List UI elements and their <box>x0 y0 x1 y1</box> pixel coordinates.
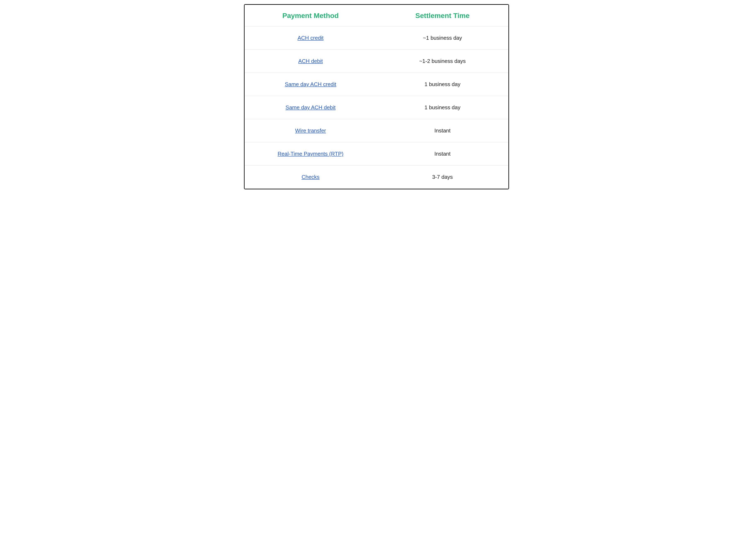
payment-method-cell: Checks <box>245 165 376 189</box>
table-row: Same day ACH credit 1 business day <box>245 73 508 96</box>
payment-method-link-same-day-ach-debit[interactable]: Same day ACH debit <box>286 104 335 111</box>
payment-method-link-wire-transfer[interactable]: Wire transfer <box>295 127 326 134</box>
settlement-time-cell: ~1-2 business days <box>376 50 508 73</box>
settlement-time-cell: Instant <box>376 142 508 165</box>
table-row: ACH debit ~1-2 business days <box>245 50 508 73</box>
header-payment-method: Payment Method <box>245 5 376 26</box>
header-settlement-time: Settlement Time <box>376 5 508 26</box>
table-row: Real-Time Payments (RTP) Instant <box>245 142 508 165</box>
payment-method-cell: Wire transfer <box>245 119 376 142</box>
payment-method-link-ach-credit[interactable]: ACH credit <box>297 35 324 41</box>
payment-method-link-checks[interactable]: Checks <box>302 174 320 180</box>
payment-method-cell: ACH debit <box>245 50 376 73</box>
payment-method-link-same-day-ach-credit[interactable]: Same day ACH credit <box>285 81 336 87</box>
payment-method-cell: Same day ACH credit <box>245 73 376 96</box>
table-row: Wire transfer Instant <box>245 119 508 142</box>
table-header-row: Payment Method Settlement Time <box>245 5 508 26</box>
payment-method-cell: Real-Time Payments (RTP) <box>245 142 376 165</box>
payment-methods-table: Payment Method Settlement Time ACH credi… <box>245 5 508 189</box>
payment-methods-table-container: Payment Method Settlement Time ACH credi… <box>244 4 509 189</box>
table-row: Checks 3-7 days <box>245 165 508 189</box>
payment-method-cell: Same day ACH debit <box>245 96 376 119</box>
settlement-time-cell: 1 business day <box>376 96 508 119</box>
settlement-time-cell: 1 business day <box>376 73 508 96</box>
settlement-time-cell: ~1 business day <box>376 26 508 50</box>
payment-method-link-ach-debit[interactable]: ACH debit <box>298 58 323 64</box>
table-row: ACH credit ~1 business day <box>245 26 508 50</box>
settlement-time-cell: Instant <box>376 119 508 142</box>
payment-method-link-rtp[interactable]: Real-Time Payments (RTP) <box>278 151 344 157</box>
payment-method-cell: ACH credit <box>245 26 376 50</box>
table-row: Same day ACH debit 1 business day <box>245 96 508 119</box>
settlement-time-cell: 3-7 days <box>376 165 508 189</box>
